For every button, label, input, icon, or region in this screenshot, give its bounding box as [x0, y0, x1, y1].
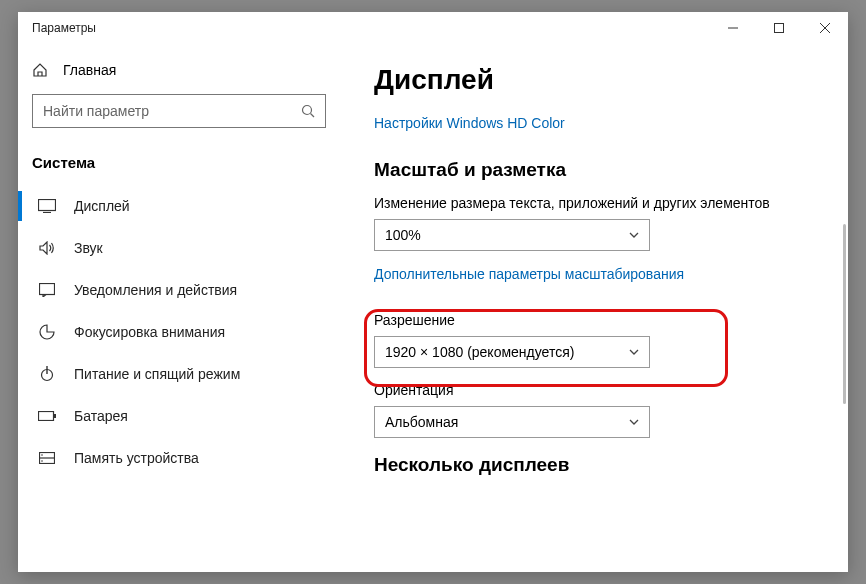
sidebar-item-display[interactable]: Дисплей — [18, 185, 340, 227]
display-icon — [38, 199, 56, 213]
svg-rect-6 — [39, 200, 56, 211]
scale-label: Изменение размера текста, приложений и д… — [374, 195, 814, 211]
main-panel: Дисплей Настройки Windows HD Color Масшт… — [340, 44, 848, 572]
sidebar-item-focus[interactable]: Фокусировка внимания — [18, 311, 340, 353]
sidebar-item-battery[interactable]: Батарея — [18, 395, 340, 437]
resolution-label: Разрешение — [374, 312, 814, 328]
search-placeholder: Найти параметр — [43, 103, 149, 119]
orientation-dropdown[interactable]: Альбомная — [374, 406, 650, 438]
scale-value: 100% — [385, 227, 421, 243]
sidebar-item-storage[interactable]: Память устройства — [18, 437, 340, 479]
nav-list: Дисплей Звук Уведомления и действия — [18, 185, 340, 479]
focus-icon — [38, 324, 56, 340]
window-title: Параметры — [32, 21, 96, 35]
chevron-down-icon — [629, 419, 639, 425]
sidebar-item-label: Дисплей — [74, 198, 130, 214]
search-input[interactable]: Найти параметр — [32, 94, 326, 128]
scale-dropdown[interactable]: 100% — [374, 219, 650, 251]
page-title: Дисплей — [374, 64, 814, 96]
maximize-icon — [774, 23, 784, 33]
sidebar-item-label: Уведомления и действия — [74, 282, 237, 298]
resolution-value: 1920 × 1080 (рекомендуется) — [385, 344, 574, 360]
multi-display-heading: Несколько дисплеев — [374, 454, 814, 476]
minimize-button[interactable] — [710, 12, 756, 44]
advanced-scaling-link[interactable]: Дополнительные параметры масштабирования — [374, 266, 684, 282]
orientation-label: Ориентация — [374, 382, 814, 398]
chevron-down-icon — [629, 232, 639, 238]
storage-icon — [38, 452, 56, 464]
sidebar-item-notifications[interactable]: Уведомления и действия — [18, 269, 340, 311]
settings-window: Параметры Главная Найти параметр — [18, 12, 848, 572]
sidebar-item-power[interactable]: Питание и спящий режим — [18, 353, 340, 395]
maximize-button[interactable] — [756, 12, 802, 44]
svg-point-15 — [41, 454, 43, 456]
sidebar-item-label: Фокусировка внимания — [74, 324, 225, 340]
scrollbar[interactable] — [843, 224, 846, 404]
svg-point-4 — [303, 106, 312, 115]
window-controls — [710, 12, 848, 44]
power-icon — [38, 366, 56, 382]
home-link[interactable]: Главная — [18, 56, 340, 88]
hd-color-link[interactable]: Настройки Windows HD Color — [374, 115, 565, 131]
sound-icon — [38, 241, 56, 255]
sidebar-item-label: Питание и спящий режим — [74, 366, 240, 382]
content-area: Главная Найти параметр Система Дисплей — [18, 44, 848, 572]
sidebar-item-label: Память устройства — [74, 450, 199, 466]
resolution-dropdown[interactable]: 1920 × 1080 (рекомендуется) — [374, 336, 650, 368]
minimize-icon — [728, 23, 738, 33]
svg-rect-1 — [775, 24, 784, 33]
battery-icon — [38, 411, 56, 421]
orientation-value: Альбомная — [385, 414, 458, 430]
notifications-icon — [38, 283, 56, 297]
sidebar-section-label: Система — [18, 136, 340, 179]
close-icon — [820, 23, 830, 33]
sidebar-item-label: Батарея — [74, 408, 128, 424]
sidebar-item-label: Звук — [74, 240, 103, 256]
sidebar-item-sound[interactable]: Звук — [18, 227, 340, 269]
scale-heading: Масштаб и разметка — [374, 159, 814, 181]
home-icon — [32, 62, 48, 78]
close-button[interactable] — [802, 12, 848, 44]
home-label: Главная — [63, 62, 116, 78]
svg-rect-11 — [39, 412, 54, 421]
svg-point-16 — [41, 460, 43, 462]
titlebar: Параметры — [18, 12, 848, 44]
svg-rect-8 — [40, 284, 55, 295]
svg-line-5 — [311, 114, 315, 118]
search-icon — [301, 104, 315, 118]
svg-rect-12 — [54, 414, 56, 418]
chevron-down-icon — [629, 349, 639, 355]
sidebar: Главная Найти параметр Система Дисплей — [18, 44, 340, 572]
